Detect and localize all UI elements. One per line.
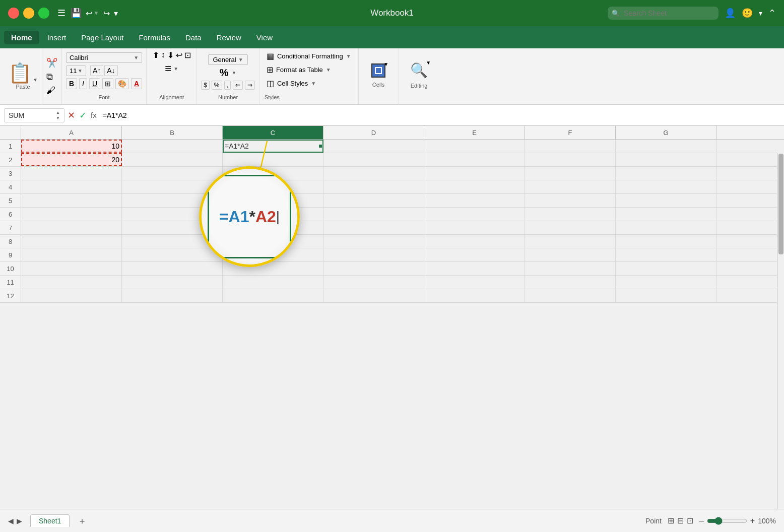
- col-header-f[interactable]: F: [525, 126, 616, 139]
- fill-handle[interactable]: [319, 145, 322, 148]
- conditional-formatting-btn[interactable]: ▦ Conditional Formatting ▼: [265, 50, 353, 62]
- cell-g2[interactable]: [616, 153, 716, 166]
- cell-a4[interactable]: [21, 180, 122, 193]
- col-header-c[interactable]: C: [223, 126, 323, 139]
- cell-styles-btn[interactable]: ◫ Cell Styles ▼: [265, 78, 353, 89]
- row-num-9[interactable]: 9: [0, 248, 21, 261]
- cell-b2[interactable]: [122, 153, 223, 166]
- collapse-ribbon-icon[interactable]: ⌃: [768, 8, 776, 19]
- align-bottom-btn[interactable]: ⬇: [167, 50, 174, 60]
- font-increase-btn[interactable]: A↑: [90, 65, 103, 76]
- cell-d5[interactable]: [323, 194, 424, 207]
- row-num-1[interactable]: 1: [0, 140, 21, 153]
- row-num-11[interactable]: 11: [0, 276, 21, 289]
- cell-e4[interactable]: [424, 180, 525, 193]
- menu-review[interactable]: Review: [210, 31, 248, 44]
- wrap-text-btn[interactable]: ↩: [176, 50, 182, 60]
- cancel-formula-btn[interactable]: ✕: [68, 110, 75, 121]
- font-size-dropdown[interactable]: 11▼: [66, 65, 86, 76]
- cell-d9[interactable]: [323, 248, 424, 261]
- copy-icon[interactable]: ⧉: [46, 72, 53, 82]
- increase-decimal-btn[interactable]: ⇒: [245, 81, 255, 90]
- dropdown-icon[interactable]: ▾: [759, 9, 762, 17]
- percent-btn[interactable]: %: [220, 67, 229, 79]
- cell-e11[interactable]: [424, 276, 525, 289]
- cell-f3[interactable]: [525, 167, 616, 180]
- cell-d7[interactable]: [323, 221, 424, 234]
- cell-e5[interactable]: [424, 194, 525, 207]
- name-box-down[interactable]: ▼: [56, 116, 60, 120]
- cell-d8[interactable]: [323, 235, 424, 248]
- cell-f8[interactable]: [525, 235, 616, 248]
- font-family-dropdown[interactable]: Calibri▼: [66, 52, 142, 63]
- cell-f4[interactable]: [525, 180, 616, 193]
- cell-a2[interactable]: 20: [21, 153, 122, 166]
- cell-c1[interactable]: =A1*A2: [223, 140, 323, 153]
- emoji-icon[interactable]: 🙂: [742, 8, 753, 19]
- sheet-next-btn[interactable]: ▶: [17, 517, 22, 525]
- cell-e8[interactable]: [424, 235, 525, 248]
- cell-g11[interactable]: [616, 276, 716, 289]
- zoom-slider[interactable]: [707, 517, 747, 525]
- percent-format-btn[interactable]: %: [212, 81, 222, 90]
- cell-g5[interactable]: [616, 194, 716, 207]
- cell-f10[interactable]: [525, 262, 616, 275]
- format-table-dropdown[interactable]: ▼: [326, 67, 331, 73]
- cell-e7[interactable]: [424, 221, 525, 234]
- cell-b9[interactable]: [122, 248, 223, 261]
- add-sheet-btn[interactable]: ＋: [78, 515, 87, 527]
- cell-a1[interactable]: 10: [21, 140, 122, 153]
- cell-c11[interactable]: [223, 276, 323, 289]
- cell-f11[interactable]: [525, 276, 616, 289]
- cell-a3[interactable]: [21, 167, 122, 180]
- bold-btn[interactable]: B: [66, 78, 77, 89]
- cell-d11[interactable]: [323, 276, 424, 289]
- cell-b10[interactable]: [122, 262, 223, 275]
- number-format-dropdown[interactable]: General▼: [208, 54, 247, 65]
- undo-dropdown[interactable]: ▼: [93, 10, 99, 17]
- cell-c2[interactable]: [223, 153, 323, 166]
- cell-a6[interactable]: [21, 208, 122, 221]
- minimize-button[interactable]: [23, 8, 34, 19]
- formula-input[interactable]: [100, 110, 780, 121]
- cell-g3[interactable]: [616, 167, 716, 180]
- cell-f5[interactable]: [525, 194, 616, 207]
- font-color-btn[interactable]: A: [131, 78, 142, 89]
- confirm-formula-btn[interactable]: ✓: [79, 110, 87, 121]
- align-dropdown[interactable]: ▼: [173, 66, 178, 72]
- menu-insert[interactable]: Insert: [40, 31, 74, 44]
- paste-button[interactable]: 📋: [8, 63, 32, 83]
- cell-b12[interactable]: [122, 289, 223, 302]
- cell-b11[interactable]: [122, 276, 223, 289]
- undo-icon[interactable]: ↩: [86, 9, 92, 18]
- cell-d3[interactable]: [323, 167, 424, 180]
- cell-g7[interactable]: [616, 221, 716, 234]
- font-decrease-btn[interactable]: A↓: [104, 65, 117, 76]
- align-middle-btn[interactable]: ↕: [161, 50, 165, 60]
- row-num-8[interactable]: 8: [0, 235, 21, 248]
- conditional-format-dropdown[interactable]: ▼: [346, 53, 351, 59]
- cell-a7[interactable]: [21, 221, 122, 234]
- cell-b3[interactable]: [122, 167, 223, 180]
- align-top-btn[interactable]: ⬆: [153, 50, 159, 60]
- format-painter-icon[interactable]: 🖌: [46, 85, 55, 96]
- row-num-5[interactable]: 5: [0, 194, 21, 207]
- italic-btn[interactable]: I: [79, 78, 87, 89]
- cell-f9[interactable]: [525, 248, 616, 261]
- menu-view[interactable]: View: [249, 31, 280, 44]
- cell-f1[interactable]: [525, 140, 616, 153]
- align-icon[interactable]: ≡: [165, 62, 171, 75]
- cell-a9[interactable]: [21, 248, 122, 261]
- cell-g10[interactable]: [616, 262, 716, 275]
- cell-e3[interactable]: [424, 167, 525, 180]
- cell-d1[interactable]: [323, 140, 424, 153]
- col-header-d[interactable]: D: [323, 126, 424, 139]
- row-num-10[interactable]: 10: [0, 262, 21, 275]
- name-box-up[interactable]: ▲: [56, 110, 60, 115]
- menu-data[interactable]: Data: [178, 31, 209, 44]
- paste-dropdown[interactable]: ▼: [33, 77, 38, 83]
- zoom-in-btn[interactable]: +: [750, 516, 755, 525]
- menu-page-layout[interactable]: Page Layout: [74, 31, 130, 44]
- save-icon[interactable]: 💾: [71, 8, 82, 19]
- underline-btn[interactable]: U: [89, 78, 100, 89]
